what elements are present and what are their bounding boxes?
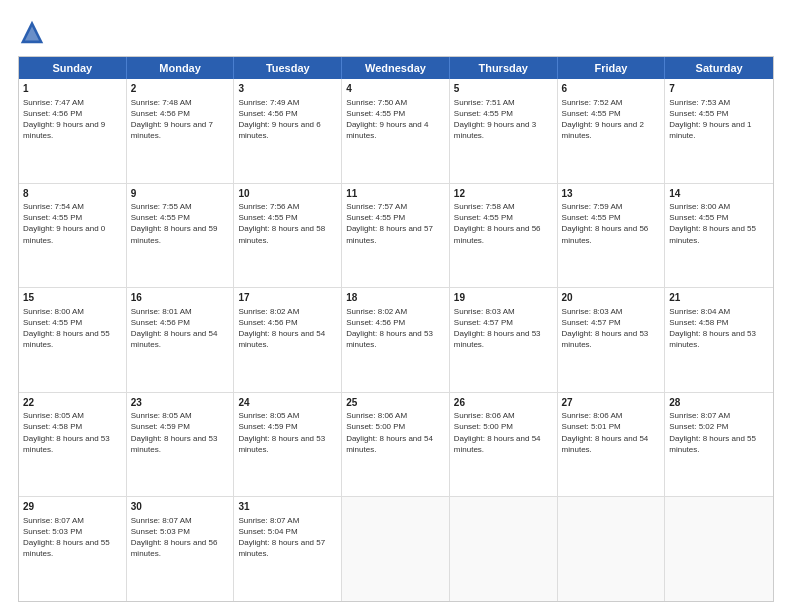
day-info: Sunrise: 8:02 AM Sunset: 4:56 PM Dayligh… [346, 306, 445, 351]
calendar-cell: 28Sunrise: 8:07 AM Sunset: 5:02 PM Dayli… [665, 393, 773, 497]
day-number: 11 [346, 187, 445, 201]
day-number: 29 [23, 500, 122, 514]
day-number: 20 [562, 291, 661, 305]
day-info: Sunrise: 8:07 AM Sunset: 5:03 PM Dayligh… [131, 515, 230, 560]
day-number: 23 [131, 396, 230, 410]
calendar-cell: 11Sunrise: 7:57 AM Sunset: 4:55 PM Dayli… [342, 184, 450, 288]
day-info: Sunrise: 8:03 AM Sunset: 4:57 PM Dayligh… [562, 306, 661, 351]
day-info: Sunrise: 7:49 AM Sunset: 4:56 PM Dayligh… [238, 97, 337, 142]
weekday-header: Saturday [665, 57, 773, 79]
calendar-cell: 19Sunrise: 8:03 AM Sunset: 4:57 PM Dayli… [450, 288, 558, 392]
day-number: 3 [238, 82, 337, 96]
calendar-cell [450, 497, 558, 601]
day-info: Sunrise: 7:50 AM Sunset: 4:55 PM Dayligh… [346, 97, 445, 142]
day-number: 22 [23, 396, 122, 410]
day-number: 26 [454, 396, 553, 410]
day-number: 1 [23, 82, 122, 96]
day-number: 9 [131, 187, 230, 201]
day-info: Sunrise: 7:53 AM Sunset: 4:55 PM Dayligh… [669, 97, 769, 142]
day-number: 13 [562, 187, 661, 201]
calendar-week-row: 29Sunrise: 8:07 AM Sunset: 5:03 PM Dayli… [19, 497, 773, 601]
calendar-cell: 3Sunrise: 7:49 AM Sunset: 4:56 PM Daylig… [234, 79, 342, 183]
calendar-week-row: 1Sunrise: 7:47 AM Sunset: 4:56 PM Daylig… [19, 79, 773, 184]
day-number: 31 [238, 500, 337, 514]
day-info: Sunrise: 7:59 AM Sunset: 4:55 PM Dayligh… [562, 201, 661, 246]
day-number: 15 [23, 291, 122, 305]
weekday-header: Sunday [19, 57, 127, 79]
day-info: Sunrise: 8:00 AM Sunset: 4:55 PM Dayligh… [669, 201, 769, 246]
calendar-cell: 4Sunrise: 7:50 AM Sunset: 4:55 PM Daylig… [342, 79, 450, 183]
day-number: 17 [238, 291, 337, 305]
day-number: 16 [131, 291, 230, 305]
calendar-cell: 5Sunrise: 7:51 AM Sunset: 4:55 PM Daylig… [450, 79, 558, 183]
day-info: Sunrise: 8:06 AM Sunset: 5:00 PM Dayligh… [454, 410, 553, 455]
calendar-cell: 7Sunrise: 7:53 AM Sunset: 4:55 PM Daylig… [665, 79, 773, 183]
calendar-cell: 31Sunrise: 8:07 AM Sunset: 5:04 PM Dayli… [234, 497, 342, 601]
weekday-header: Thursday [450, 57, 558, 79]
weekday-header: Tuesday [234, 57, 342, 79]
day-number: 12 [454, 187, 553, 201]
day-number: 18 [346, 291, 445, 305]
calendar-cell: 26Sunrise: 8:06 AM Sunset: 5:00 PM Dayli… [450, 393, 558, 497]
calendar: SundayMondayTuesdayWednesdayThursdayFrid… [18, 56, 774, 602]
page: SundayMondayTuesdayWednesdayThursdayFrid… [0, 0, 792, 612]
day-number: 24 [238, 396, 337, 410]
calendar-cell: 6Sunrise: 7:52 AM Sunset: 4:55 PM Daylig… [558, 79, 666, 183]
calendar-cell: 14Sunrise: 8:00 AM Sunset: 4:55 PM Dayli… [665, 184, 773, 288]
calendar-cell: 21Sunrise: 8:04 AM Sunset: 4:58 PM Dayli… [665, 288, 773, 392]
calendar-cell [558, 497, 666, 601]
calendar-cell: 30Sunrise: 8:07 AM Sunset: 5:03 PM Dayli… [127, 497, 235, 601]
calendar-cell: 25Sunrise: 8:06 AM Sunset: 5:00 PM Dayli… [342, 393, 450, 497]
weekday-header: Wednesday [342, 57, 450, 79]
calendar-cell: 9Sunrise: 7:55 AM Sunset: 4:55 PM Daylig… [127, 184, 235, 288]
calendar-week-row: 22Sunrise: 8:05 AM Sunset: 4:58 PM Dayli… [19, 393, 773, 498]
calendar-cell: 18Sunrise: 8:02 AM Sunset: 4:56 PM Dayli… [342, 288, 450, 392]
calendar-cell: 27Sunrise: 8:06 AM Sunset: 5:01 PM Dayli… [558, 393, 666, 497]
calendar-cell: 23Sunrise: 8:05 AM Sunset: 4:59 PM Dayli… [127, 393, 235, 497]
day-info: Sunrise: 7:56 AM Sunset: 4:55 PM Dayligh… [238, 201, 337, 246]
day-info: Sunrise: 7:54 AM Sunset: 4:55 PM Dayligh… [23, 201, 122, 246]
calendar-cell [665, 497, 773, 601]
day-number: 27 [562, 396, 661, 410]
logo [18, 18, 50, 46]
day-info: Sunrise: 7:47 AM Sunset: 4:56 PM Dayligh… [23, 97, 122, 142]
calendar-cell: 15Sunrise: 8:00 AM Sunset: 4:55 PM Dayli… [19, 288, 127, 392]
weekday-header: Monday [127, 57, 235, 79]
day-info: Sunrise: 8:05 AM Sunset: 4:58 PM Dayligh… [23, 410, 122, 455]
logo-icon [18, 18, 46, 46]
day-info: Sunrise: 8:07 AM Sunset: 5:03 PM Dayligh… [23, 515, 122, 560]
day-info: Sunrise: 8:00 AM Sunset: 4:55 PM Dayligh… [23, 306, 122, 351]
calendar-week-row: 15Sunrise: 8:00 AM Sunset: 4:55 PM Dayli… [19, 288, 773, 393]
calendar-cell: 12Sunrise: 7:58 AM Sunset: 4:55 PM Dayli… [450, 184, 558, 288]
day-number: 21 [669, 291, 769, 305]
day-info: Sunrise: 7:57 AM Sunset: 4:55 PM Dayligh… [346, 201, 445, 246]
day-info: Sunrise: 7:51 AM Sunset: 4:55 PM Dayligh… [454, 97, 553, 142]
weekday-header: Friday [558, 57, 666, 79]
calendar-cell: 17Sunrise: 8:02 AM Sunset: 4:56 PM Dayli… [234, 288, 342, 392]
day-info: Sunrise: 7:55 AM Sunset: 4:55 PM Dayligh… [131, 201, 230, 246]
day-number: 14 [669, 187, 769, 201]
calendar-body: 1Sunrise: 7:47 AM Sunset: 4:56 PM Daylig… [19, 79, 773, 601]
day-number: 19 [454, 291, 553, 305]
calendar-cell: 8Sunrise: 7:54 AM Sunset: 4:55 PM Daylig… [19, 184, 127, 288]
day-number: 7 [669, 82, 769, 96]
day-number: 10 [238, 187, 337, 201]
calendar-cell [342, 497, 450, 601]
calendar-cell: 1Sunrise: 7:47 AM Sunset: 4:56 PM Daylig… [19, 79, 127, 183]
day-info: Sunrise: 8:03 AM Sunset: 4:57 PM Dayligh… [454, 306, 553, 351]
day-info: Sunrise: 8:05 AM Sunset: 4:59 PM Dayligh… [238, 410, 337, 455]
day-info: Sunrise: 8:05 AM Sunset: 4:59 PM Dayligh… [131, 410, 230, 455]
day-info: Sunrise: 8:04 AM Sunset: 4:58 PM Dayligh… [669, 306, 769, 351]
day-number: 28 [669, 396, 769, 410]
day-info: Sunrise: 8:06 AM Sunset: 5:01 PM Dayligh… [562, 410, 661, 455]
calendar-week-row: 8Sunrise: 7:54 AM Sunset: 4:55 PM Daylig… [19, 184, 773, 289]
header [18, 18, 774, 46]
day-number: 30 [131, 500, 230, 514]
day-info: Sunrise: 8:07 AM Sunset: 5:04 PM Dayligh… [238, 515, 337, 560]
day-info: Sunrise: 7:48 AM Sunset: 4:56 PM Dayligh… [131, 97, 230, 142]
calendar-cell: 24Sunrise: 8:05 AM Sunset: 4:59 PM Dayli… [234, 393, 342, 497]
calendar-cell: 29Sunrise: 8:07 AM Sunset: 5:03 PM Dayli… [19, 497, 127, 601]
day-number: 25 [346, 396, 445, 410]
calendar-cell: 10Sunrise: 7:56 AM Sunset: 4:55 PM Dayli… [234, 184, 342, 288]
calendar-header: SundayMondayTuesdayWednesdayThursdayFrid… [19, 57, 773, 79]
